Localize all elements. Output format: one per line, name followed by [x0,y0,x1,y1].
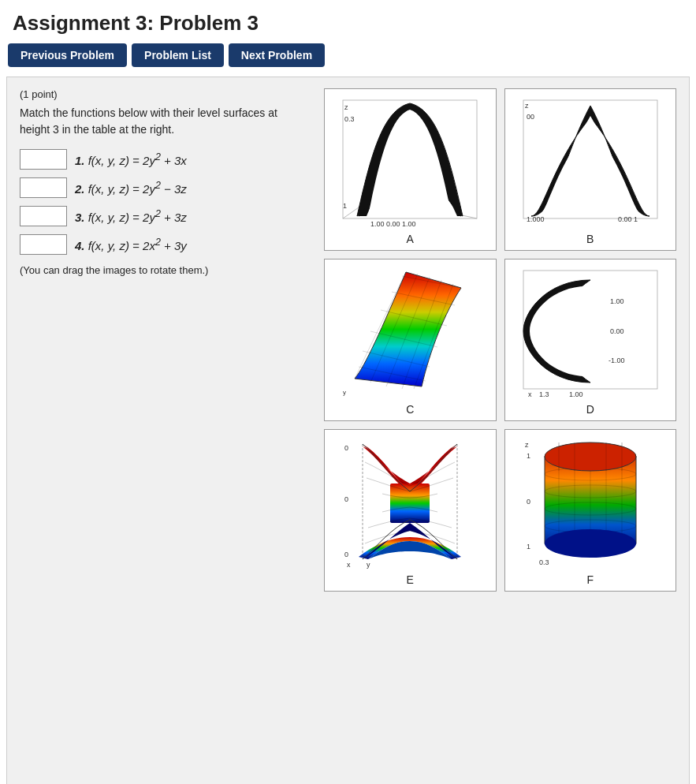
graph-a: z 0.3 1.00 0.00 1.00 1 [335,94,485,228]
graph-b: z 00 0.00 1 1.000 [515,94,665,228]
left-panel: (1 point) Match the functions below with… [20,88,311,770]
graph-f-svg: z 1 0 1 0.3 [515,435,665,569]
svg-text:y: y [343,389,346,396]
function-2-label: 2. f(x, y, z) = 2y2 − 3z [75,180,187,196]
svg-text:0: 0 [527,498,530,506]
navigation-bar: Previous Problem Problem List Next Probl… [0,43,696,77]
svg-text:00: 00 [527,113,534,121]
svg-text:1.000: 1.000 [527,215,545,223]
svg-text:z: z [525,102,529,110]
svg-text:-1.00: -1.00 [609,357,625,364]
function-1-label: 1. f(x, y, z) = 2y2 + 3x [75,151,187,167]
instruction: Match the functions below with their lev… [20,105,311,138]
graph-d: 1.00 0.00 -1.00 1.00 1.3 x [515,264,665,398]
svg-text:1: 1 [527,452,530,460]
function-item-2: 2. f(x, y, z) = 2y2 − 3z [20,177,311,198]
svg-text:0.00 1: 0.00 1 [618,215,638,223]
graph-cell-d[interactable]: 1.00 0.00 -1.00 1.00 1.3 x D [504,259,677,421]
svg-point-48 [545,529,636,558]
svg-text:y: y [367,561,370,569]
point-label: (1 point) [20,88,311,100]
answer-input-1[interactable] [20,149,67,170]
svg-point-49 [545,442,636,471]
svg-text:0.00: 0.00 [610,327,624,335]
graph-cell-e[interactable]: 0 0 0 y x E [324,429,497,592]
graph-label-b: B [586,233,594,245]
svg-text:z: z [525,441,529,449]
svg-text:0: 0 [344,444,348,452]
graph-cell-b[interactable]: z 00 0.00 1 1.000 B [504,88,677,251]
graph-c: y [335,264,485,398]
graph-label-c: C [406,403,414,416]
graph-a-svg: z 0.3 1.00 0.00 1.00 1 [335,94,485,228]
graph-label-d: D [586,403,594,416]
graph-d-svg: 1.00 0.00 -1.00 1.00 1.3 x [515,264,665,398]
svg-rect-31 [390,483,430,523]
right-panel: z 0.3 1.00 0.00 1.00 1 A [324,88,676,770]
function-4-label: 4. f(x, y, z) = 2x2 + 3y [75,237,187,252]
function-item-4: 4. f(x, y, z) = 2x2 + 3y [20,234,311,255]
graph-c-svg: y [335,264,485,398]
function-item-3: 3. f(x, y, z) = 2y2 + 3z [20,206,311,226]
svg-text:0.3: 0.3 [539,558,549,566]
graph-b-svg: z 00 0.00 1 1.000 [515,94,665,228]
drag-note: (You can drag the images to rotate them.… [20,264,311,276]
graph-f: z 1 0 1 0.3 [515,435,665,569]
graph-grid: z 0.3 1.00 0.00 1.00 1 A [324,88,676,592]
svg-text:x: x [347,561,351,569]
prev-problem-button[interactable]: Previous Problem [8,43,127,67]
svg-text:0: 0 [344,495,348,503]
svg-text:1.3: 1.3 [539,390,549,398]
answer-input-2[interactable] [20,177,67,198]
function-item-1: 1. f(x, y, z) = 2y2 + 3x [20,149,311,170]
graph-e: 0 0 0 y x [335,435,485,569]
graph-label-f: F [586,573,594,586]
svg-text:1.00: 1.00 [610,297,624,305]
svg-text:0.3: 0.3 [344,115,355,123]
next-problem-button[interactable]: Next Problem [229,43,325,67]
answer-input-4[interactable] [20,234,67,255]
svg-text:1: 1 [343,202,347,210]
graph-label-a: A [407,233,414,245]
problem-list-button[interactable]: Problem List [132,43,224,67]
svg-text:0: 0 [344,551,348,558]
graph-label-e: E [407,573,414,586]
content-area: (1 point) Match the functions below with… [6,77,690,784]
graph-e-svg: 0 0 0 y x [335,435,485,569]
graph-cell-c[interactable]: y C [324,259,497,421]
function-list: 1. f(x, y, z) = 2y2 + 3x 2. f(x, y, z) =… [20,149,311,255]
svg-text:1.00 0.00 1.00: 1.00 0.00 1.00 [370,220,416,228]
answer-input-3[interactable] [20,206,67,226]
page-title: Assignment 3: Problem 3 [0,0,696,43]
svg-text:1: 1 [527,543,530,551]
graph-cell-f[interactable]: z 1 0 1 0.3 F [504,429,677,592]
svg-text:x: x [528,390,532,398]
graph-cell-a[interactable]: z 0.3 1.00 0.00 1.00 1 A [324,88,497,251]
svg-text:z: z [344,103,348,111]
svg-text:1.00: 1.00 [569,390,583,398]
function-3-label: 3. f(x, y, z) = 2y2 + 3z [75,208,187,224]
